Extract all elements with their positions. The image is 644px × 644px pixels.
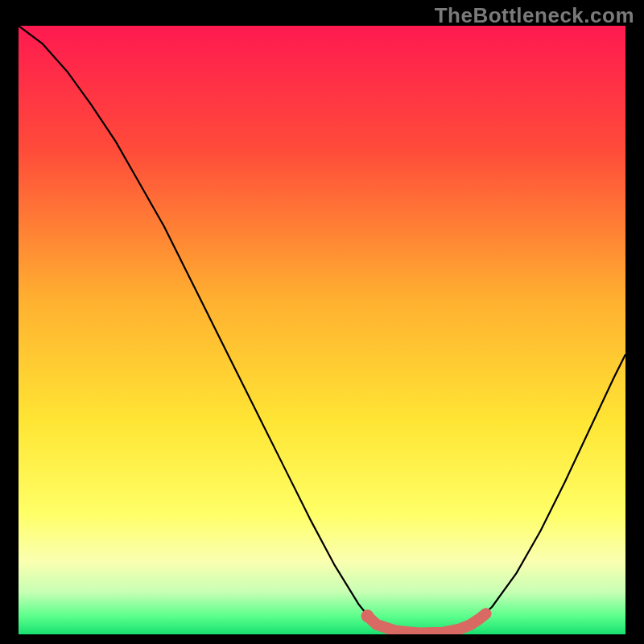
chart-plot-area	[19, 26, 625, 634]
chart-svg	[19, 26, 625, 634]
watermark-text: TheBottleneck.com	[435, 3, 634, 28]
chart-frame: TheBottleneck.com	[0, 0, 644, 644]
optimal-marker	[361, 609, 374, 622]
